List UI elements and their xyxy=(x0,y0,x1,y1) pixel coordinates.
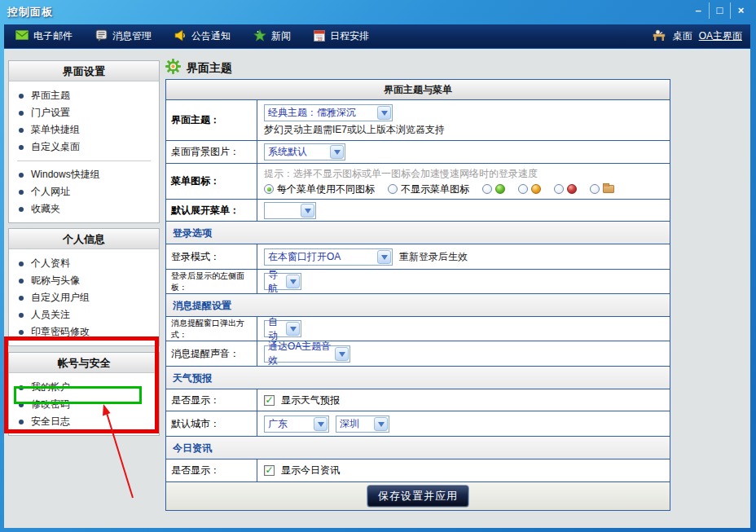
sidebar-item-label: 人员关注 xyxy=(31,310,70,320)
sidebar-item-menu-shortcut-group[interactable]: 菜单快捷组 xyxy=(9,121,159,138)
sound-select[interactable]: 通达OA主题音效 xyxy=(264,345,350,363)
window-controls: – □ × xyxy=(688,2,751,19)
sidebar-item-label: 自定义用户组 xyxy=(31,292,90,303)
toolbar-item-announcements[interactable]: 公告通知 xyxy=(163,24,242,48)
city-select[interactable]: 深圳 xyxy=(336,415,389,433)
row-desktop-background: 桌面背景图片： 系统默认 xyxy=(166,141,670,164)
news-checkbox-label: 显示今日资讯 xyxy=(281,464,340,477)
maximize-button[interactable]: □ xyxy=(709,2,730,19)
toolbar-item-schedule[interactable]: 19 日程安排 xyxy=(302,24,380,48)
row-left-panel: 登录后显示的左侧面板： 导航 xyxy=(166,270,670,294)
sidebar-item-label: 昵称与头像 xyxy=(31,275,80,286)
sidebar-item-label: 收藏夹 xyxy=(31,204,60,214)
field-label: 消息提醒窗口弹出方式： xyxy=(166,317,257,341)
sidebar-item-portal-settings[interactable]: 门户设置 xyxy=(9,104,159,121)
chevron-down-icon xyxy=(314,417,327,431)
theme-select-value: 经典主题：儒雅深沉 xyxy=(268,106,356,120)
chevron-down-icon xyxy=(286,275,300,288)
sidebar-item-label: 个人资料 xyxy=(31,258,70,269)
radio-green-orb[interactable] xyxy=(482,184,492,194)
minimize-button[interactable]: – xyxy=(688,2,709,19)
sidebar-item-seal-password[interactable]: 印章密码修改 xyxy=(9,323,159,341)
sidebar-list: 界面主题 门户设置 菜单快捷组 自定义桌面 Windows快捷组 个人网址 收藏… xyxy=(9,81,159,222)
province-select[interactable]: 广东 xyxy=(264,415,329,433)
radio-orange-orb[interactable] xyxy=(518,184,528,194)
sidebar-item-label: 安全日志 xyxy=(31,416,70,427)
sidebar-section-personal-info: 个人信息 个人资料 昵称与头像 自定义用户组 人员关注 印章密码修改 xyxy=(8,228,160,346)
close-button[interactable]: × xyxy=(730,2,751,19)
sidebar-item-personal-urls[interactable]: 个人网址 xyxy=(9,183,159,200)
chevron-down-icon xyxy=(301,204,314,218)
radio-different-icons[interactable] xyxy=(264,184,274,194)
toolbar-item-email[interactable]: 电子邮件 xyxy=(4,24,84,48)
sidebar-item-custom-desktop[interactable]: 自定义桌面 xyxy=(9,138,159,156)
sidebar-item-security-log[interactable]: 安全日志 xyxy=(9,413,159,430)
sidebar-item-change-password[interactable]: 修改密码 xyxy=(9,396,159,413)
section-today-news: 今日资讯 xyxy=(166,437,670,459)
theme-select[interactable]: 经典主题：儒雅深沉 xyxy=(264,104,393,121)
popup-mode-select[interactable]: 自动 xyxy=(264,320,301,337)
sidebar-item-people-follow[interactable]: 人员关注 xyxy=(9,306,159,323)
speaker-icon xyxy=(174,29,187,44)
desktop-link[interactable]: 桌面 xyxy=(673,29,692,43)
sidebar-item-nickname-avatar[interactable]: 昵称与头像 xyxy=(9,272,159,289)
row-reminder-sound: 消息提醒声音： 通达OA主题音效 xyxy=(166,341,670,367)
field-label: 登录模式： xyxy=(166,244,257,269)
field-label: 登录后显示的左侧面板： xyxy=(166,270,257,293)
sidebar-item-personal-profile[interactable]: 个人资料 xyxy=(9,255,159,272)
theme-note: 梦幻灵动主题需IE7或以上版本浏览器支持 xyxy=(264,123,445,137)
row-weather-show: 是否显示： ✓ 显示天气预报 xyxy=(166,389,670,411)
sidebar-item-custom-user-group[interactable]: 自定义用户组 xyxy=(9,289,159,306)
star-icon xyxy=(253,29,266,44)
news-checkbox[interactable]: ✓ xyxy=(264,465,275,476)
left-panel-select[interactable]: 导航 xyxy=(264,273,301,290)
sidebar-item-label: 自定义桌面 xyxy=(31,142,80,152)
sidebar-item-windows-shortcut-group[interactable]: Windows快捷组 xyxy=(9,166,159,183)
radio-no-icons[interactable] xyxy=(388,184,398,194)
toolbar: 电子邮件 消息管理 公告通知 新闻 19 日程安排 桌面 OA主界面 xyxy=(4,24,750,49)
background-select[interactable]: 系统默认 xyxy=(264,143,345,160)
content-area: 界面设置 界面主题 门户设置 菜单快捷组 自定义桌面 Windows快捷组 个人… xyxy=(4,49,750,528)
toolbar-item-label: 消息管理 xyxy=(112,29,152,43)
oa-main-link[interactable]: OA主界面 xyxy=(699,29,742,43)
bullet-icon xyxy=(19,128,24,133)
save-apply-button[interactable]: 保存设置并应用 xyxy=(367,485,469,508)
gear-icon xyxy=(165,59,181,77)
chevron-down-icon xyxy=(377,250,391,264)
toolbar-item-news[interactable]: 新闻 xyxy=(242,24,302,48)
sidebar-item-favorites[interactable]: 收藏夹 xyxy=(9,200,159,218)
weather-checkbox[interactable]: ✓ xyxy=(264,395,275,406)
row-default-expanded-menu: 默认展开菜单： xyxy=(166,200,670,222)
radio-label: 每个菜单使用不同图标 xyxy=(277,182,375,196)
divider xyxy=(17,160,151,161)
sidebar-item-label: 菜单快捷组 xyxy=(31,125,80,135)
sidebar-item-label: 个人网址 xyxy=(31,187,70,197)
bullet-icon xyxy=(19,94,24,99)
radio-folder-icon-option[interactable] xyxy=(590,184,600,194)
sound-select-value: 通达OA主题音效 xyxy=(268,340,334,367)
sidebar-item-label: 修改密码 xyxy=(31,399,70,410)
bullet-icon xyxy=(19,145,24,150)
toolbar-item-label: 新闻 xyxy=(271,29,291,43)
svg-text:19: 19 xyxy=(318,36,323,41)
background-select-value: 系统默认 xyxy=(268,145,307,159)
chevron-down-icon xyxy=(377,106,391,120)
login-mode-note: 重新登录后生效 xyxy=(399,250,468,264)
sidebar-item-label: 印章密码修改 xyxy=(31,327,90,337)
control-panel-window: 控制面板 – □ × 电子邮件 消息管理 公告通知 新闻 19 日程安排 xyxy=(0,0,756,532)
section-login-options: 登录选项 xyxy=(166,222,670,244)
page-title: 界面主题 xyxy=(187,61,232,76)
sidebar-item-interface-theme[interactable]: 界面主题 xyxy=(9,87,159,104)
chevron-down-icon xyxy=(330,145,344,159)
row-news-show: 是否显示： ✓ 显示今日资讯 xyxy=(166,459,670,482)
bullet-icon xyxy=(19,385,24,390)
bullet-icon xyxy=(19,279,24,284)
bullet-icon xyxy=(19,330,24,335)
radio-red-orb[interactable] xyxy=(554,184,564,194)
field-label: 是否显示： xyxy=(166,459,257,481)
toolbar-item-messages[interactable]: 消息管理 xyxy=(84,24,163,48)
sidebar-item-label: 界面主题 xyxy=(31,90,70,101)
login-mode-select[interactable]: 在本窗口打开OA xyxy=(264,248,393,266)
sidebar-item-my-account[interactable]: 我的帐户 xyxy=(9,379,159,396)
default-menu-select[interactable] xyxy=(264,202,316,219)
